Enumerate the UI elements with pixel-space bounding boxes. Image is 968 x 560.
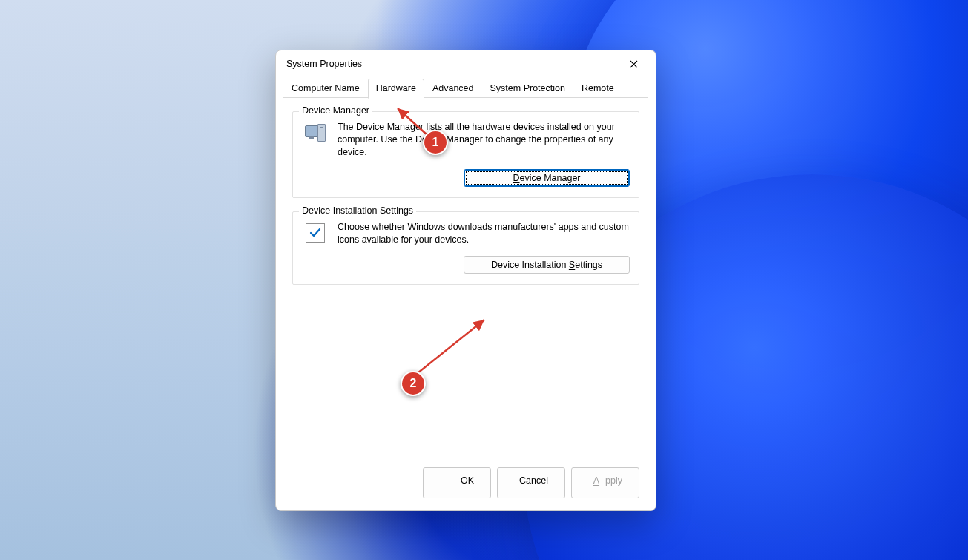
tab-computer-name[interactable]: Computer Name	[283, 79, 368, 98]
close-button[interactable]	[617, 53, 650, 75]
group-title: Device Manager	[299, 105, 372, 116]
close-icon	[630, 60, 638, 68]
group-device-manager: Device Manager The Device Manager lists …	[292, 111, 639, 198]
device-installation-description: Choose whether Windows downloads manufac…	[338, 221, 630, 246]
tab-advanced[interactable]: Advanced	[424, 79, 482, 98]
group-title: Device Installation Settings	[299, 205, 416, 216]
window-title: System Properties	[286, 59, 362, 69]
titlebar: System Properties	[276, 50, 656, 77]
tab-hardware[interactable]: Hardware	[368, 79, 424, 99]
group-device-installation: Device Installation Settings Choose whet…	[292, 211, 639, 286]
annotation-step-1: 1	[423, 130, 448, 155]
apply-button[interactable]: Apply	[571, 467, 639, 498]
device-manager-description: The Device Manager lists all the hardwar…	[338, 121, 630, 159]
checkmark-icon	[302, 221, 329, 246]
ok-button[interactable]: OK	[423, 467, 491, 498]
tab-strip: Computer Name Hardware Advanced System P…	[276, 77, 656, 98]
tab-system-protection[interactable]: System Protection	[482, 79, 573, 98]
tab-remote[interactable]: Remote	[573, 79, 622, 98]
tab-content: Device Manager The Device Manager lists …	[276, 98, 656, 460]
device-manager-button[interactable]: Device Manager	[464, 169, 630, 187]
cancel-button[interactable]: Cancel	[497, 467, 565, 498]
dialog-footer: OK Cancel Apply	[276, 460, 656, 510]
device-installation-settings-button[interactable]: Device Installation Settings	[464, 256, 630, 274]
annotation-step-2: 2	[401, 371, 426, 396]
system-properties-dialog: System Properties Computer Name Hardware…	[275, 50, 656, 511]
device-manager-icon	[302, 121, 329, 159]
